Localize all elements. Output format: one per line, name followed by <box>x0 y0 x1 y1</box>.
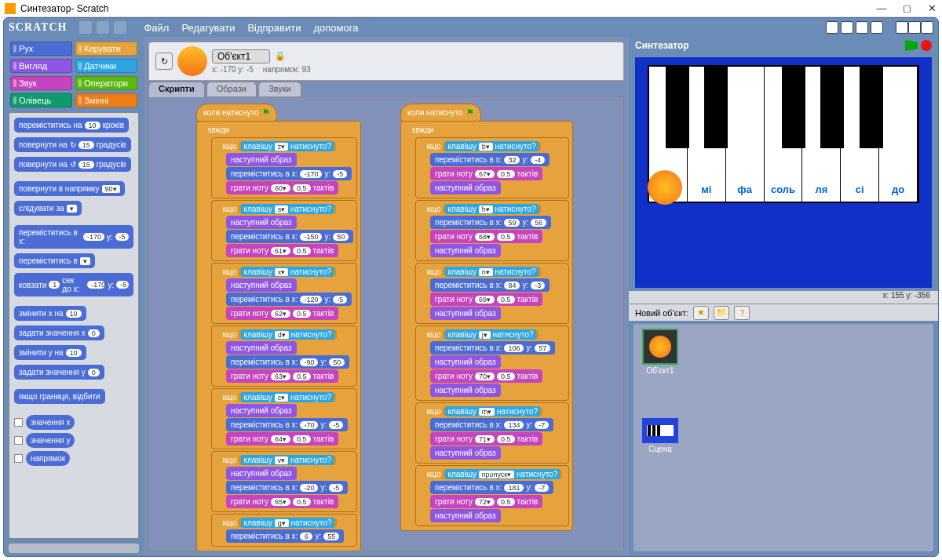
category-Вигляд[interactable]: Вигляд <box>10 59 72 73</box>
goto-block[interactable]: переміститись в x: -150 y: 50 <box>226 230 353 243</box>
reporter-block[interactable]: значення x <box>26 415 75 430</box>
play-note-block[interactable]: грати ноту 70▾ 0.5 тактів <box>430 369 542 383</box>
import-sprite-button[interactable]: 📁 <box>714 306 729 320</box>
motion-block[interactable]: задати значення x 0 <box>14 325 104 340</box>
if-block[interactable]: якщо клавішу h▾ натиснуто?переміститись … <box>415 200 569 261</box>
black-key[interactable] <box>782 67 805 148</box>
checkbox[interactable] <box>14 436 23 445</box>
maximize-button[interactable]: ◻ <box>901 2 912 14</box>
menu-Відправити[interactable]: Відправити <box>247 22 301 34</box>
motion-block[interactable]: задати значення y 0 <box>14 365 104 380</box>
play-note-block[interactable]: грати ноту 61▾ 0.5 тактів <box>226 244 338 257</box>
play-note-block[interactable]: грати ноту 68▾ 0.5 тактів <box>430 230 542 243</box>
goto-block[interactable]: переміститись в x: 6 y: 55 <box>226 529 344 543</box>
checkbox[interactable] <box>14 418 23 427</box>
next-costume-block[interactable]: наступний образ <box>430 181 501 195</box>
motion-block[interactable]: повернути на ↺ 15 градусів <box>14 157 131 172</box>
tab-Звуки[interactable]: Звуки <box>258 82 301 97</box>
category-Керувати[interactable]: Керувати <box>75 42 137 56</box>
goto-block[interactable]: переміститись в x: 181 y: -7 <box>430 481 553 494</box>
goto-block[interactable]: переміститись в x: 84 y: -3 <box>430 278 550 292</box>
forever-block[interactable]: завждиякщо клавішу b▾ натиснуто?переміст… <box>400 121 573 531</box>
tool-cut-icon[interactable] <box>841 21 853 34</box>
sprite-name-field[interactable]: Об'єкт1 <box>212 49 270 64</box>
reporter-block[interactable]: напрямок <box>26 451 70 466</box>
next-costume-block[interactable]: наступний образ <box>430 509 501 522</box>
play-note-block[interactable]: грати ноту 69▾ 0.5 тактів <box>430 293 542 306</box>
palette-scrollbar[interactable] <box>9 544 139 553</box>
paint-sprite-button[interactable]: ★ <box>693 306 709 320</box>
if-block[interactable]: якщо клавішу x▾ натиснуто?наступний обра… <box>211 263 357 324</box>
tool-stamp-icon[interactable] <box>826 21 838 34</box>
lock-icon[interactable]: 🔒 <box>275 51 286 61</box>
goto-block[interactable]: переміститись в x: 59 y: 56 <box>430 216 551 229</box>
category-Оператори[interactable]: Оператори <box>75 76 137 90</box>
play-note-block[interactable]: грати ноту 62▾ 0.5 тактів <box>226 307 338 320</box>
view-normal-icon[interactable] <box>908 21 921 34</box>
goto-block[interactable]: переміститись в x: 32 y: -4 <box>430 153 550 166</box>
next-costume-block[interactable]: наступний образ <box>430 384 501 397</box>
view-present-icon[interactable] <box>921 21 933 34</box>
save-icon[interactable] <box>97 21 109 34</box>
checkbox[interactable] <box>14 454 23 463</box>
category-Датчики[interactable]: Датчики <box>75 59 137 73</box>
goto-block[interactable]: переміститись в x: 134 y: -7 <box>430 418 553 431</box>
play-note-block[interactable]: грати ноту 67▾ 0.5 тактів <box>430 167 542 180</box>
goto-block[interactable]: переміститись в x: -70 y: -5 <box>226 418 348 431</box>
white-key-до[interactable]: до <box>879 67 918 202</box>
script-canvas[interactable]: коли натиснуто ⚑завждиякщо клавішу z▾ на… <box>148 96 624 551</box>
scene-item[interactable]: Сцена <box>638 418 682 453</box>
hat-block[interactable]: коли натиснуто ⚑ <box>196 104 277 122</box>
sprite-item[interactable]: Об'єкт1 <box>638 329 682 375</box>
motion-block[interactable]: переміститись на 10 кроків <box>14 118 129 133</box>
motion-block[interactable]: ковзати 1 сек до x: -170 y: -5 <box>14 273 133 296</box>
menu-Редагувати[interactable]: Редагувати <box>181 22 235 34</box>
if-block[interactable]: якщо клавішу n▾ натиснуто?переміститись … <box>415 263 569 324</box>
next-costume-block[interactable]: наступний образ <box>226 278 297 292</box>
tool-shrink-icon[interactable] <box>871 21 883 34</box>
black-key[interactable] <box>704 67 728 148</box>
goto-block[interactable]: переміститись в x: -90 y: 50 <box>226 355 349 369</box>
scripts-icon[interactable]: ↻ <box>155 53 173 70</box>
surprise-sprite-button[interactable]: ? <box>734 306 750 320</box>
view-small-icon[interactable] <box>896 21 908 34</box>
motion-block[interactable]: повернути в напрямку 90▾ <box>14 181 125 196</box>
if-block[interactable]: якщо клавішу s▾ натиснуто?наступний обра… <box>211 200 357 261</box>
next-costume-block[interactable]: наступний образ <box>226 153 297 166</box>
menu-допомога[interactable]: допомога <box>313 22 358 34</box>
next-costume-block[interactable]: наступний образ <box>430 446 501 460</box>
stage-view[interactable]: реміфасольлясідо <box>633 56 933 289</box>
next-costume-block[interactable]: наступний образ <box>226 216 297 229</box>
category-Рух[interactable]: Рух <box>10 42 72 56</box>
forever-block[interactable]: завждиякщо клавішу z▾ натиснуто?наступни… <box>196 121 361 551</box>
if-block[interactable]: якщо клавішу m▾ натиснуто?переміститись … <box>415 402 569 464</box>
reporter-block[interactable]: значення y <box>26 433 75 448</box>
black-key[interactable] <box>860 67 883 148</box>
if-block[interactable]: якщо клавішу b▾ натиснуто?переміститись … <box>415 137 569 198</box>
motion-block[interactable]: якщо границя, відбити <box>14 389 105 404</box>
stage-sprite-cat[interactable] <box>648 170 682 205</box>
stop-icon[interactable] <box>921 40 932 51</box>
play-note-block[interactable]: грати ноту 63▾ 0.5 тактів <box>226 369 338 383</box>
goto-block[interactable]: переміститись в x: 106 y: 57 <box>430 341 555 355</box>
hat-block[interactable]: коли натиснуто ⚑ <box>400 104 481 122</box>
tab-Скрипти[interactable]: Скрипти <box>148 82 205 97</box>
motion-block[interactable]: змінити y на 10 <box>14 345 86 360</box>
black-key[interactable] <box>666 67 689 148</box>
next-costume-block[interactable]: наступний образ <box>226 404 297 417</box>
goto-block[interactable]: переміститись в x: -170 y: -5 <box>226 167 352 180</box>
language-icon[interactable] <box>79 21 92 34</box>
if-block[interactable]: якщо клавішу j▾ натиснуто?переміститись … <box>415 325 569 401</box>
motion-block[interactable]: переміститись в x: -170 y: -5 <box>14 225 133 249</box>
if-block[interactable]: якщо клавішу v▾ натиснуто?наступний обра… <box>211 451 357 512</box>
goto-block[interactable]: переміститись в x: -120 y: -5 <box>226 293 352 306</box>
play-note-block[interactable]: грати ноту 65▾ 0.5 тактів <box>226 495 338 508</box>
green-flag-icon[interactable] <box>905 40 918 51</box>
next-costume-block[interactable]: наступний образ <box>226 341 297 355</box>
motion-block[interactable]: повернути на ↻ 15 градусів <box>14 137 131 152</box>
next-costume-block[interactable]: наступний образ <box>430 355 501 369</box>
tool-grow-icon[interactable] <box>856 21 868 34</box>
category-Змінні[interactable]: Змінні <box>75 93 137 107</box>
if-block[interactable]: якщо клавішу пропуск▾ натиснуто?переміст… <box>415 465 569 526</box>
open-icon[interactable] <box>114 21 126 34</box>
